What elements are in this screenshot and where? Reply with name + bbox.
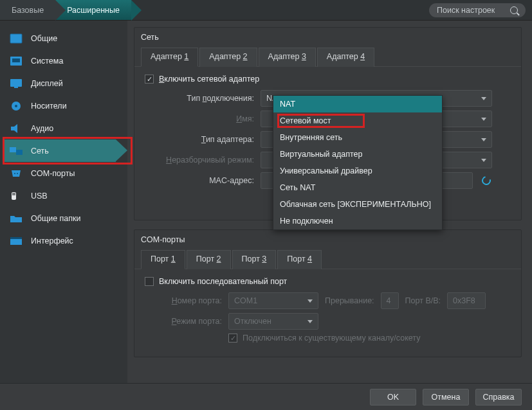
ok-button[interactable]: OK <box>370 389 416 406</box>
chevron-down-icon <box>307 320 313 323</box>
svg-rect-3 <box>10 79 22 87</box>
svg-rect-2 <box>12 58 20 62</box>
system-icon <box>9 55 23 67</box>
enable-network-checkbox[interactable]: ✓ <box>145 75 154 84</box>
sidebar-item-сеть[interactable]: Сеть <box>0 139 127 162</box>
svg-marker-7 <box>11 124 17 133</box>
connect-pipe-label: Подключиться к существующему каналу/соке… <box>243 334 420 343</box>
dropdown-item[interactable]: NAT <box>273 96 442 112</box>
svg-rect-4 <box>14 87 18 88</box>
svg-point-11 <box>17 173 18 174</box>
mac-label: MAC-адрес: <box>145 176 254 185</box>
sidebar-item-label: Сеть <box>31 147 49 156</box>
sidebar-item-дисплей[interactable]: Дисплей <box>0 72 127 94</box>
port-number-value: COM1 <box>234 296 257 305</box>
usb-icon <box>9 190 23 202</box>
dropdown-item[interactable]: Сетевой мост <box>273 112 442 129</box>
dropdown-item[interactable]: Не подключен <box>273 213 442 229</box>
port-number-label: Номер порта: <box>145 296 222 305</box>
dropdown-item[interactable]: Универсальный драйвер <box>273 163 442 179</box>
serial-icon <box>9 168 23 179</box>
refresh-icon <box>480 174 492 186</box>
tab-порт-3[interactable]: Порт 3 <box>232 250 277 269</box>
tab-label: Порт 3 <box>242 254 267 263</box>
sidebar-item-аудио[interactable]: Аудио <box>0 117 127 139</box>
interface-icon <box>9 235 23 247</box>
help-button[interactable]: Справка <box>475 389 522 406</box>
dropdown-item[interactable]: Облачная сеть [ЭКСПЕРИМЕНТАЛЬНО] <box>273 196 442 213</box>
attached-to-dropdown: NATСетевой мостВнутренняя сетьВиртуальны… <box>273 95 443 230</box>
chevron-down-icon <box>481 138 486 141</box>
com-title: COM-порты <box>134 230 521 247</box>
chevron-down-icon <box>307 299 313 303</box>
tab-порт-4[interactable]: Порт 4 <box>277 250 322 269</box>
sidebar-item-label: Носители <box>31 102 67 111</box>
port-mode-combo[interactable]: Отключен <box>228 313 318 330</box>
sidebar-item-label: Общие <box>31 34 57 43</box>
com-panel: COM-порты Порт 1Порт 2Порт 3Порт 4 ✓ Вкл… <box>134 229 522 357</box>
svg-rect-8 <box>10 147 16 152</box>
dropdown-item[interactable]: Сеть NAT <box>273 179 442 196</box>
network-title: Сеть <box>134 28 521 44</box>
sidebar-item-label: Дисплей <box>31 79 63 88</box>
settings-sidebar: ОбщиеСистемаДисплейНосителиАудиоСетьCOM-… <box>0 21 127 383</box>
dropdown-item[interactable]: Виртуальный адаптер <box>273 146 442 163</box>
shared-folder-icon <box>9 213 23 224</box>
svg-point-6 <box>15 105 17 107</box>
tab-label: Порт 1 <box>151 254 176 263</box>
sidebar-item-носители[interactable]: Носители <box>0 94 127 117</box>
attached-to-label: Тип подключения: <box>145 94 254 103</box>
sidebar-item-label: Аудио <box>31 124 53 133</box>
promisc-label: Неразборчивый режим: <box>145 156 254 165</box>
tab-адаптер-3[interactable]: Адаптер 3 <box>259 48 316 67</box>
tab-порт-1[interactable]: Порт 1 <box>141 250 185 269</box>
top-bar: Базовые Расширенные Поиск настроек <box>0 0 532 21</box>
chevron-down-icon <box>481 97 486 100</box>
svg-point-10 <box>14 173 15 174</box>
irq-label: Прерывание: <box>325 296 374 305</box>
sidebar-item-usb[interactable]: USB <box>0 184 127 207</box>
network-tabs: Адаптер 1Адаптер 2Адаптер 3Адаптер 4 <box>134 44 521 67</box>
cancel-button[interactable]: Отмена <box>423 389 469 406</box>
tab-порт-2[interactable]: Порт 2 <box>187 250 231 269</box>
port-number-combo[interactable]: COM1 <box>228 292 318 309</box>
settings-search[interactable]: Поиск настроек <box>429 3 526 17</box>
ioport-label: Порт В/В: <box>405 296 441 305</box>
sidebar-item-общие папки[interactable]: Общие папки <box>0 207 127 229</box>
enable-network-label: Включить сетевой адаптер <box>159 75 259 84</box>
sidebar-item-интерфейс[interactable]: Интерфейс <box>0 229 127 252</box>
adapter-name-label: Имя: <box>145 114 254 123</box>
tab-адаптер-2[interactable]: Адаптер 2 <box>199 48 257 67</box>
mode-basic-label: Базовые <box>12 6 44 15</box>
mac-refresh-button[interactable] <box>479 174 493 188</box>
svg-rect-15 <box>10 237 22 239</box>
display-icon <box>9 78 23 89</box>
audio-icon <box>9 123 23 134</box>
com-tabs: Порт 1Порт 2Порт 3Порт 4 <box>134 247 521 269</box>
tab-label: Адаптер 4 <box>327 52 365 61</box>
enable-serial-label: Включить последовательный порт <box>159 277 287 286</box>
tab-label: Адаптер 2 <box>209 52 247 61</box>
tab-адаптер-4[interactable]: Адаптер 4 <box>317 48 374 67</box>
svg-rect-0 <box>10 34 22 43</box>
svg-rect-9 <box>16 150 23 155</box>
connect-pipe-checkbox[interactable]: ✓ <box>228 334 237 343</box>
dropdown-item[interactable]: Внутренняя сеть <box>273 129 442 146</box>
dialog-footer: OK Отмена Справка <box>0 383 532 410</box>
adapter-type-label: Тип адаптера: <box>145 135 254 144</box>
irq-input[interactable]: 4 <box>381 292 399 309</box>
network-icon <box>9 145 23 157</box>
sidebar-item-label: USB <box>31 192 48 201</box>
sidebar-item-label: Общие папки <box>31 214 81 223</box>
port-mode-value: Отключен <box>234 317 271 326</box>
enable-serial-checkbox[interactable]: ✓ <box>145 277 154 286</box>
general-icon <box>9 33 23 44</box>
mode-advanced[interactable]: Расширенные <box>55 0 131 20</box>
sidebar-item-общие[interactable]: Общие <box>0 27 127 49</box>
ioport-input[interactable]: 0x3F8 <box>447 292 486 309</box>
mode-basic[interactable]: Базовые <box>0 0 55 20</box>
tab-адаптер-1[interactable]: Адаптер 1 <box>141 48 198 67</box>
svg-rect-13 <box>12 193 15 195</box>
sidebar-item-система[interactable]: Система <box>0 49 127 72</box>
sidebar-item-com-порты[interactable]: COM-порты <box>0 162 127 184</box>
